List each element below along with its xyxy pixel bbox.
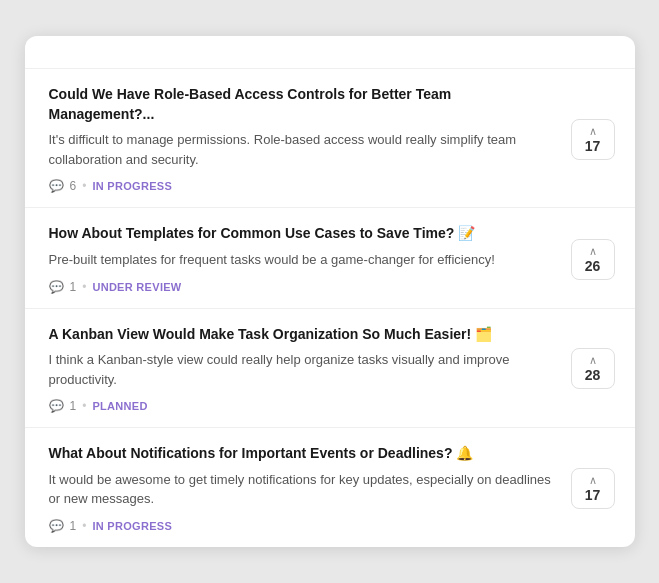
vote-button[interactable]: ∧ 28 [571, 348, 615, 389]
card-header [25, 36, 635, 69]
post-meta: 💬 1 • UNDER REVIEW [49, 280, 559, 294]
comment-count: 1 [70, 280, 77, 294]
vote-arrow-icon: ∧ [589, 246, 597, 257]
post-content: Could We Have Role-Based Access Controls… [49, 85, 571, 193]
post-item: How About Templates for Common Use Cases… [25, 208, 635, 308]
post-meta: 💬 1 • IN PROGRESS [49, 519, 559, 533]
meta-separator: • [82, 519, 86, 533]
post-content: How About Templates for Common Use Cases… [49, 224, 571, 293]
vote-arrow-icon: ∧ [589, 126, 597, 137]
comment-count: 1 [70, 519, 77, 533]
post-item: A Kanban View Would Make Task Organizati… [25, 309, 635, 429]
vote-button[interactable]: ∧ 17 [571, 468, 615, 509]
post-description: Pre-built templates for frequent tasks w… [49, 250, 559, 270]
post-item: Could We Have Role-Based Access Controls… [25, 69, 635, 208]
status-badge: UNDER REVIEW [92, 281, 181, 293]
status-badge: IN PROGRESS [92, 520, 172, 532]
meta-separator: • [82, 399, 86, 413]
comment-icon: 💬 [49, 399, 64, 413]
post-description: It would be awesome to get timely notifi… [49, 470, 559, 509]
post-meta: 💬 6 • IN PROGRESS [49, 179, 559, 193]
vote-count: 26 [585, 259, 601, 273]
comment-count: 1 [70, 399, 77, 413]
meta-separator: • [82, 280, 86, 294]
post-content: A Kanban View Would Make Task Organizati… [49, 325, 571, 414]
comment-count: 6 [70, 179, 77, 193]
vote-button[interactable]: ∧ 26 [571, 239, 615, 280]
vote-count: 17 [585, 488, 601, 502]
vote-arrow-icon: ∧ [589, 355, 597, 366]
status-badge: IN PROGRESS [92, 180, 172, 192]
posts-list: Could We Have Role-Based Access Controls… [25, 69, 635, 546]
post-title: What About Notifications for Important E… [49, 444, 559, 464]
post-item: What About Notifications for Important E… [25, 428, 635, 547]
vote-count: 28 [585, 368, 601, 382]
status-badge: PLANNED [92, 400, 147, 412]
post-title: How About Templates for Common Use Cases… [49, 224, 559, 244]
meta-separator: • [82, 179, 86, 193]
vote-arrow-icon: ∧ [589, 475, 597, 486]
post-description: It's difficult to manage permissions. Ro… [49, 130, 559, 169]
post-content: What About Notifications for Important E… [49, 444, 571, 533]
vote-button[interactable]: ∧ 17 [571, 119, 615, 160]
post-title: A Kanban View Would Make Task Organizati… [49, 325, 559, 345]
comment-icon: 💬 [49, 280, 64, 294]
comment-icon: 💬 [49, 519, 64, 533]
posts-card: Could We Have Role-Based Access Controls… [25, 36, 635, 546]
post-meta: 💬 1 • PLANNED [49, 399, 559, 413]
vote-count: 17 [585, 139, 601, 153]
comment-icon: 💬 [49, 179, 64, 193]
post-title: Could We Have Role-Based Access Controls… [49, 85, 559, 124]
post-description: I think a Kanban-style view could really… [49, 350, 559, 389]
